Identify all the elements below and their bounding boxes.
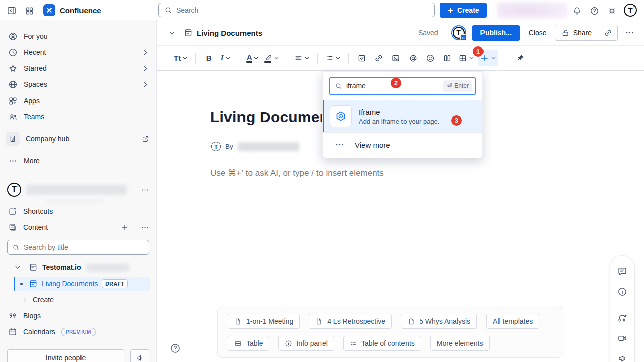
tree-create-button[interactable]: Create <box>0 293 156 307</box>
file-icon <box>315 318 323 325</box>
insert-info-panel-button[interactable]: Info panel <box>278 336 334 351</box>
content-more-icon[interactable] <box>141 223 149 232</box>
tree-item-current-page[interactable]: Living Documents DRAFT <box>14 277 150 291</box>
template-4ls-button[interactable]: 4 Ls Retrospective <box>309 314 392 329</box>
mention-button[interactable] <box>406 50 421 66</box>
lists-button[interactable] <box>324 50 343 66</box>
blurred-space-subtitle <box>46 200 104 202</box>
template-1on1-button[interactable]: 1-on-1 Meeting <box>228 314 300 329</box>
view-more-item[interactable]: View more <box>323 133 482 158</box>
video-button[interactable] <box>614 330 631 347</box>
megaphone-icon <box>136 354 144 362</box>
help-floating-button[interactable] <box>170 343 181 354</box>
avatar-initial: T <box>628 6 632 15</box>
more-actions-icon[interactable] <box>625 28 635 38</box>
profile-avatar[interactable]: T ' <box>624 4 637 17</box>
sidebar-item-label: Calendars <box>23 328 55 336</box>
chevron-right-icon <box>142 81 149 88</box>
image-icon <box>391 54 400 63</box>
support-button[interactable] <box>614 310 631 327</box>
highlight-color-button[interactable] <box>263 50 281 66</box>
sidebar-item-label: For you <box>24 32 149 40</box>
pin-toolbar-button[interactable] <box>513 50 528 66</box>
copy-link-button[interactable] <box>598 25 617 40</box>
sidebar-item-content[interactable]: Content <box>0 220 156 234</box>
element-search[interactable]: ⏎ Enter <box>329 77 476 95</box>
task-list-button[interactable] <box>354 50 369 66</box>
confluence-home-link[interactable]: Confluence <box>43 4 101 16</box>
sidebar-item-apps[interactable]: Apps <box>0 93 156 109</box>
editor-presence-avatar[interactable]: T' c <box>451 25 466 40</box>
sidebar-item-recent[interactable]: Recent <box>0 44 156 60</box>
video-camera-icon <box>617 333 627 343</box>
gear-icon <box>607 6 617 16</box>
content-search[interactable] <box>7 240 149 255</box>
sidebar-item-label: Starred <box>24 64 136 72</box>
collapse-sidebar-button[interactable] <box>6 5 17 16</box>
teams-icon <box>8 112 18 122</box>
publish-button[interactable]: Publish... <box>472 25 520 41</box>
insert-toc-button[interactable]: Table of contents <box>343 336 421 351</box>
space-header[interactable]: T ' <box>0 181 156 198</box>
editor-placeholder[interactable]: Use ⌘+' to ask AI, or type / to insert e… <box>210 168 384 178</box>
sidebar-item-for-you[interactable]: For you <box>0 28 156 44</box>
sidebar-item-more[interactable]: More <box>0 154 156 168</box>
sidebar-item-blogs[interactable]: Blogs <box>0 309 156 323</box>
template-5whys-button[interactable]: 5 Whys Analysis <box>401 314 477 329</box>
bold-button[interactable]: B <box>201 50 216 66</box>
align-left-icon <box>294 54 303 62</box>
chevron-down-icon <box>490 55 497 61</box>
sidebar-item-shortcuts[interactable]: Shortcuts <box>0 204 156 218</box>
document-byline: T By <box>211 142 299 151</box>
megaphone-icon <box>618 354 627 362</box>
share-button[interactable]: Share <box>555 25 598 40</box>
invite-people-button[interactable]: Invite people <box>7 349 124 362</box>
insert-table-button[interactable]: Table <box>228 336 269 351</box>
byline-prefix: By <box>225 143 233 150</box>
sidebar-item-calendars[interactable]: Calendars PREMIUM <box>0 325 156 339</box>
insert-image-button[interactable] <box>388 50 404 66</box>
create-button-label: Create <box>457 6 479 14</box>
layouts-button[interactable] <box>440 50 455 66</box>
content-search-input[interactable] <box>24 243 144 251</box>
chevron-down-icon <box>225 55 231 61</box>
sidebar-item-starred[interactable]: Starred <box>0 60 156 76</box>
notifications-button[interactable] <box>571 5 582 16</box>
app-grid-icon <box>25 6 34 16</box>
sidebar-item-company-hub[interactable]: Company hub <box>0 132 156 146</box>
file-icon <box>234 318 242 325</box>
all-templates-button[interactable]: All templates <box>486 314 539 329</box>
comments-button[interactable] <box>614 263 631 280</box>
sidebar-item-teams[interactable]: Teams <box>0 109 156 125</box>
feedback-button[interactable] <box>130 349 149 362</box>
breadcrumb-page-title: Living Documents <box>197 29 262 37</box>
space-more-icon[interactable] <box>141 186 149 194</box>
shortcuts-icon <box>8 207 17 216</box>
create-button[interactable]: Create <box>440 3 487 18</box>
text-color-button[interactable]: A <box>245 50 261 66</box>
global-search[interactable] <box>158 3 435 17</box>
italic-button[interactable]: I <box>218 50 233 66</box>
help-icon <box>590 6 599 16</box>
result-title: Iframe <box>359 108 439 116</box>
building-icon <box>9 135 17 143</box>
sidebar-item-spaces[interactable]: Spaces <box>0 76 156 93</box>
more-elements-button[interactable]: More elements <box>430 336 490 351</box>
settings-button[interactable] <box>606 5 617 16</box>
app-switcher-button[interactable] <box>24 5 35 16</box>
help-button[interactable] <box>589 5 600 16</box>
add-content-icon[interactable] <box>121 223 129 231</box>
chevron-down-icon <box>182 55 188 61</box>
emoji-button[interactable] <box>423 50 438 66</box>
tree-item-root[interactable]: Testomat.io <box>0 260 156 275</box>
close-button[interactable]: Close <box>524 26 552 40</box>
alignment-button[interactable] <box>293 50 312 66</box>
insert-link-button[interactable] <box>371 50 386 66</box>
text-styles-button[interactable]: Tt <box>172 50 190 66</box>
global-search-input[interactable] <box>176 6 429 14</box>
details-button[interactable] <box>614 283 631 300</box>
breadcrumb-chevron-down-icon[interactable] <box>168 29 176 37</box>
template-suggestions-panel: 1-on-1 Meeting 4 Ls Retrospective 5 Whys… <box>217 306 564 358</box>
chevron-down-icon <box>14 264 21 271</box>
announcements-button[interactable] <box>614 350 631 362</box>
